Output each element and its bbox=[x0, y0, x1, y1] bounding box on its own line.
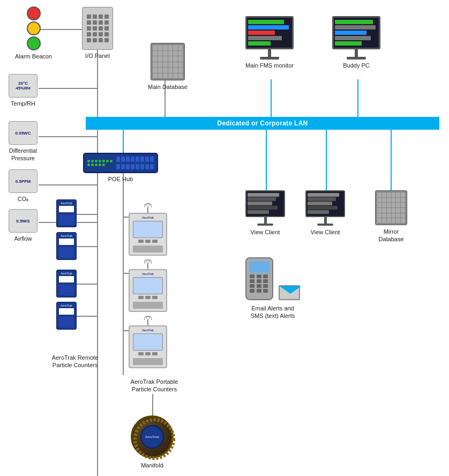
portable-counter-3: AeroTrak bbox=[129, 314, 167, 368]
remote-counters-label: AeroTrak RemoteParticle Counters bbox=[48, 354, 102, 369]
temp-rh-device: 20°C 45%RH Temp/RH bbox=[9, 74, 38, 107]
manifold-icon: AeroTrak bbox=[131, 415, 174, 458]
svg-point-23 bbox=[135, 420, 174, 458]
phone-icon bbox=[245, 257, 273, 300]
diff-pressure-icon: 0.05WC bbox=[9, 121, 38, 145]
portable-counter-2-icon: AeroTrak bbox=[129, 269, 167, 312]
buddy-pc-device: Buddy PC bbox=[332, 16, 380, 69]
main-database-device: Main Database bbox=[148, 43, 188, 91]
view-client-2-icon bbox=[305, 190, 345, 226]
main-database-icon bbox=[151, 43, 185, 80]
buddy-pc-screen bbox=[332, 16, 380, 49]
view-client-1-device: View Client bbox=[245, 190, 285, 236]
manifold-label: Manifold bbox=[141, 462, 163, 469]
lan-text: Dedicated or Corporate LAN bbox=[217, 120, 308, 127]
poe-hub-icon bbox=[83, 153, 158, 173]
email-icon bbox=[279, 285, 300, 300]
beacon-yellow bbox=[27, 21, 41, 35]
main-fms-device: Main FMS monitor bbox=[245, 16, 294, 69]
main-fms-screen bbox=[245, 16, 294, 49]
buddy-pc-icon bbox=[332, 16, 380, 59]
buddy-pc-label: Buddy PC bbox=[343, 62, 370, 69]
temp-rh-label: Temp/RH bbox=[11, 100, 35, 107]
portable-counter-2: AeroTrak bbox=[129, 257, 167, 312]
remote-counter-1: AeroTrak bbox=[56, 199, 77, 227]
remote-counter-2-icon: AeroTrak bbox=[56, 232, 77, 260]
co2-label: CO₂ bbox=[18, 195, 29, 203]
view-client-1-icon bbox=[245, 190, 285, 226]
main-fms-icon bbox=[245, 16, 294, 59]
remote-counter-4-icon: AeroTrak bbox=[56, 302, 77, 330]
mirror-db-device: MirrorDatabase bbox=[375, 190, 407, 243]
portable-counter-1: AeroTrak bbox=[129, 201, 167, 256]
main-fms-label: Main FMS monitor bbox=[245, 62, 294, 69]
view-client-1-label: View Client bbox=[251, 228, 280, 236]
co2-device: 0.5PPM CO₂ bbox=[9, 169, 38, 203]
co2-icon: 0.5PPM bbox=[9, 169, 38, 193]
io-panel-icon bbox=[82, 7, 113, 50]
airflow-device: 0.5M/S Airflow bbox=[9, 209, 38, 242]
mirror-db-icon bbox=[375, 190, 407, 225]
diff-pressure-label: DifferentialPressure bbox=[9, 147, 37, 162]
temp-rh-icon: 20°C 45%RH bbox=[9, 74, 38, 98]
alarm-beacon-device: Alarm Beacon bbox=[15, 6, 52, 60]
remote-counter-2: AeroTrak bbox=[56, 232, 77, 260]
portable-counters-label: AeroTrak PortableParticle Counters bbox=[122, 378, 186, 393]
network-diagram: Dedicated or Corporate LAN Alarm Beacon bbox=[0, 0, 449, 476]
airflow-icon: 0.5M/S bbox=[9, 209, 38, 233]
remote-counter-3-icon: AeroTrak bbox=[56, 270, 77, 298]
email-alerts-label: Email Alerts andSMS (text) Alerts bbox=[251, 304, 295, 320]
manifold-device: AeroTrak Manifold bbox=[131, 415, 174, 469]
beacon-green bbox=[27, 36, 41, 50]
portable-counter-3-icon: AeroTrak bbox=[129, 325, 167, 368]
view-client-2-device: View Client bbox=[305, 190, 345, 236]
main-database-label: Main Database bbox=[148, 83, 188, 91]
beacon-red bbox=[27, 6, 41, 20]
remote-counter-4: AeroTrak bbox=[56, 302, 77, 330]
remote-counter-1-icon: AeroTrak bbox=[56, 199, 77, 227]
email-alerts-device: Email Alerts andSMS (text) Alerts bbox=[245, 257, 300, 320]
poe-hub-device: POE Hub bbox=[83, 153, 158, 183]
antenna-1 bbox=[143, 201, 153, 213]
portable-counter-1-icon: AeroTrak bbox=[129, 213, 167, 256]
alarm-beacon-icon bbox=[27, 6, 41, 50]
alarm-beacon-label: Alarm Beacon bbox=[15, 53, 52, 60]
poe-hub-label: POE Hub bbox=[108, 175, 133, 183]
remote-counter-3: AeroTrak bbox=[56, 270, 77, 298]
antenna-3 bbox=[143, 314, 153, 325]
io-panel-label: I/O Panel bbox=[85, 52, 110, 59]
io-panel-device: I/O Panel bbox=[82, 7, 113, 59]
airflow-label: Airflow bbox=[14, 235, 32, 242]
mirror-db-label: MirrorDatabase bbox=[378, 228, 403, 243]
antenna-2 bbox=[143, 257, 153, 269]
diff-pressure-device: 0.05WC DifferentialPressure bbox=[9, 121, 38, 162]
view-client-2-label: View Client bbox=[311, 228, 340, 236]
